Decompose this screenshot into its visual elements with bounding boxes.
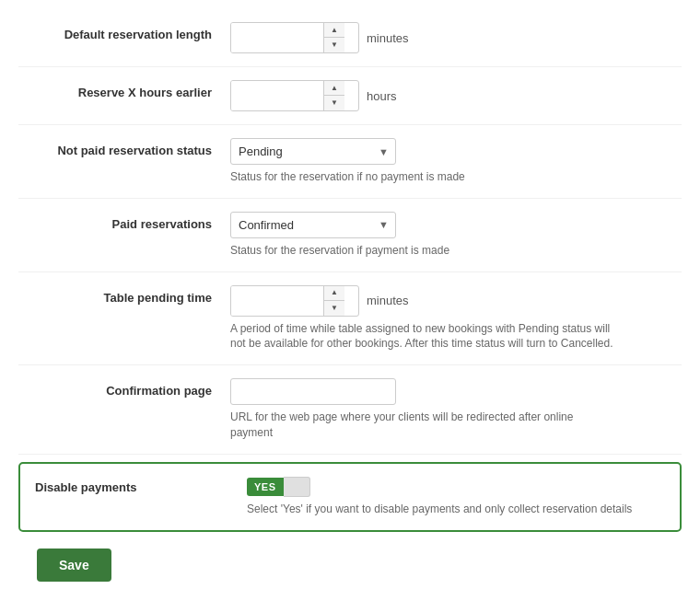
table-pending-time-up[interactable]: ▲ — [324, 286, 344, 301]
default-reservation-length-up[interactable]: ▲ — [324, 23, 344, 38]
disable-payments-row: Disable payments YES Select 'Yes' if you… — [18, 462, 682, 532]
table-pending-time-spinners: ▲ ▼ — [323, 286, 344, 316]
paid-reservations-label: Paid reservations — [18, 212, 230, 231]
paid-reservations-help: Status for the reservation if payment is… — [230, 243, 617, 259]
reserve-x-hours-addon: hours — [367, 89, 397, 103]
save-button[interactable]: Save — [37, 549, 111, 582]
confirmation-page-help: URL for the web page where your clients … — [230, 410, 617, 441]
paid-reservations-select-wrap: Pending Confirmed Cancelled ▼ — [230, 212, 396, 238]
table-pending-time-input[interactable]: 30 — [231, 286, 323, 316]
paid-reservations-row: Paid reservations Pending Confirmed Canc… — [18, 199, 682, 272]
reserve-x-hours-up[interactable]: ▲ — [324, 81, 344, 96]
table-pending-time-addon: minutes — [367, 294, 409, 307]
reserve-x-hours-spinners: ▲ ▼ — [323, 81, 344, 110]
table-pending-time-label: Table pending time — [18, 285, 230, 305]
not-paid-status-control: Pending Confirmed Cancelled ▼ Status for… — [230, 138, 682, 185]
not-paid-status-row: Not paid reservation status Pending Conf… — [18, 125, 682, 199]
confirmation-page-row: Confirmation page http://www.phpjabbers.… — [18, 365, 682, 455]
disable-payments-control: YES Select 'Yes' if you want to disable … — [247, 477, 665, 517]
paid-reservations-control: Pending Confirmed Cancelled ▼ Status for… — [230, 212, 682, 259]
reserve-x-hours-input-wrap: 2 ▲ ▼ — [230, 80, 359, 111]
paid-reservations-select[interactable]: Pending Confirmed Cancelled — [230, 212, 396, 238]
confirmation-page-input[interactable]: http://www.phpjabbers. — [230, 378, 396, 405]
table-pending-time-down[interactable]: ▼ — [324, 301, 344, 316]
disable-payments-no[interactable] — [284, 477, 310, 497]
reserve-x-hours-row: Reserve X hours earlier 2 ▲ ▼ hours — [18, 67, 682, 125]
default-reservation-length-row: Default reservation length 180 ▲ ▼ minut… — [18, 9, 682, 67]
not-paid-status-help: Status for the reservation if no payment… — [230, 169, 617, 185]
default-reservation-length-spinners: ▲ ▼ — [323, 23, 344, 52]
default-reservation-length-input[interactable]: 180 — [231, 23, 323, 52]
reserve-x-hours-down[interactable]: ▼ — [324, 96, 344, 110]
confirmation-page-control: http://www.phpjabbers. URL for the web p… — [230, 378, 682, 441]
table-pending-time-row: Table pending time 30 ▲ ▼ minutes A peri… — [18, 272, 682, 366]
disable-payments-yes[interactable]: YES — [247, 478, 284, 496]
not-paid-status-label: Not paid reservation status — [18, 138, 230, 157]
reserve-x-hours-control: 2 ▲ ▼ hours — [230, 80, 682, 111]
reserve-x-hours-label: Reserve X hours earlier — [18, 80, 230, 99]
reserve-x-hours-input[interactable]: 2 — [231, 81, 323, 110]
default-reservation-length-control: 180 ▲ ▼ minutes — [230, 22, 682, 53]
confirmation-page-input-wrap: http://www.phpjabbers. — [230, 378, 682, 405]
default-reservation-length-down[interactable]: ▼ — [324, 38, 344, 52]
disable-payments-toggle[interactable]: YES — [247, 477, 665, 497]
default-reservation-length-label: Default reservation length — [18, 22, 230, 41]
table-pending-time-control: 30 ▲ ▼ minutes A period of time while ta… — [230, 285, 682, 352]
default-reservation-length-input-wrap: 180 ▲ ▼ — [230, 22, 359, 53]
confirmation-page-label: Confirmation page — [18, 378, 230, 398]
table-pending-time-help: A period of time while table assigned to… — [230, 321, 617, 352]
not-paid-status-select-wrap: Pending Confirmed Cancelled ▼ — [230, 138, 396, 165]
disable-payments-help: Select 'Yes' if you want to disable paym… — [247, 502, 634, 517]
table-pending-time-input-wrap: 30 ▲ ▼ — [230, 285, 359, 317]
disable-payments-label: Disable payments — [35, 477, 247, 494]
not-paid-status-select[interactable]: Pending Confirmed Cancelled — [230, 138, 396, 165]
default-reservation-length-addon: minutes — [367, 31, 409, 45]
